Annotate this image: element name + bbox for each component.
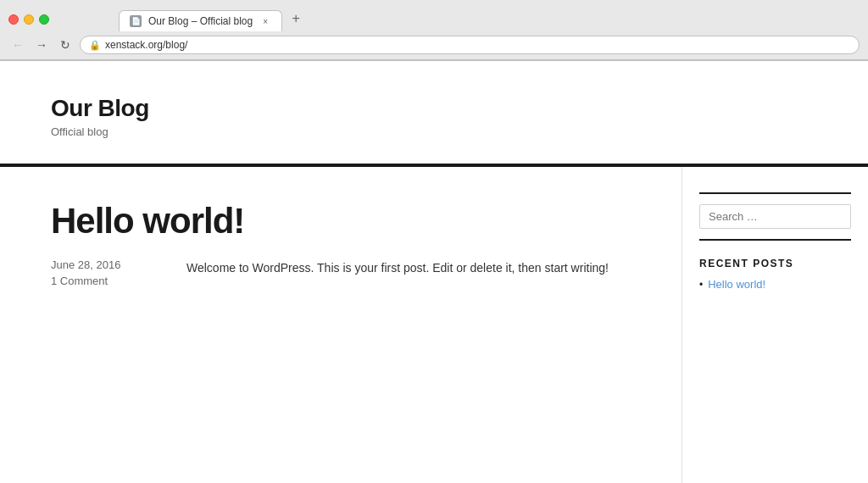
recent-post-link[interactable]: Hello world! bbox=[708, 278, 765, 291]
traffic-lights bbox=[8, 14, 49, 25]
site-title: Our Blog bbox=[51, 95, 817, 122]
back-button[interactable]: ← bbox=[8, 36, 27, 54]
sidebar-divider-bottom bbox=[699, 239, 851, 241]
site-header: Our Blog Official blog bbox=[0, 61, 868, 167]
minimize-button[interactable] bbox=[24, 14, 34, 25]
tab-close-button[interactable]: × bbox=[259, 15, 271, 27]
page-content: Our Blog Official blog Hello world! June… bbox=[0, 61, 868, 483]
address-bar-row: ← → ↻ 🔒 xenstack.org/blog/ bbox=[0, 32, 868, 60]
post-meta: June 28, 2016 1 Comment bbox=[51, 258, 186, 287]
tab-bar: 📄 Our Blog – Official blog × + bbox=[110, 8, 314, 31]
sidebar: RECENT POSTS • Hello world! bbox=[682, 167, 868, 483]
page-body: Hello world! June 28, 2016 1 Comment Wel… bbox=[0, 167, 868, 483]
sidebar-divider-top bbox=[699, 192, 851, 194]
new-tab-button[interactable]: + bbox=[286, 8, 306, 29]
tab-title: Our Blog – Official blog bbox=[148, 15, 253, 27]
sidebar-recent-posts-section: RECENT POSTS • Hello world! bbox=[699, 258, 851, 291]
recent-posts-list: • Hello world! bbox=[699, 278, 851, 291]
sidebar-search-section bbox=[699, 192, 851, 241]
search-input[interactable] bbox=[699, 204, 851, 229]
lock-icon: 🔒 bbox=[89, 40, 101, 51]
post-comments[interactable]: 1 Comment bbox=[51, 275, 186, 287]
bullet-icon: • bbox=[699, 279, 703, 291]
forward-button[interactable]: → bbox=[32, 36, 51, 54]
browser-chrome: 📄 Our Blog – Official blog × + ← → ↻ 🔒 x… bbox=[0, 0, 868, 61]
list-item: • Hello world! bbox=[699, 278, 851, 291]
url-text: xenstack.org/blog/ bbox=[105, 39, 187, 51]
close-button[interactable] bbox=[8, 14, 19, 25]
recent-posts-heading: RECENT POSTS bbox=[699, 258, 851, 269]
post-date: June 28, 2016 bbox=[51, 258, 186, 271]
maximize-button[interactable] bbox=[39, 14, 49, 25]
main-content: Hello world! June 28, 2016 1 Comment Wel… bbox=[0, 167, 682, 483]
tab-favicon-icon: 📄 bbox=[130, 15, 142, 27]
post-meta-content: June 28, 2016 1 Comment Welcome to WordP… bbox=[51, 258, 631, 287]
post-title: Hello world! bbox=[51, 201, 631, 242]
title-bar: 📄 Our Blog – Official blog × + bbox=[0, 0, 868, 32]
browser-tab[interactable]: 📄 Our Blog – Official blog × bbox=[119, 10, 282, 31]
site-description: Official blog bbox=[51, 125, 817, 138]
address-bar[interactable]: 🔒 xenstack.org/blog/ bbox=[80, 36, 860, 54]
refresh-button[interactable]: ↻ bbox=[56, 36, 75, 54]
post-excerpt: Welcome to WordPress. This is your first… bbox=[186, 258, 631, 287]
